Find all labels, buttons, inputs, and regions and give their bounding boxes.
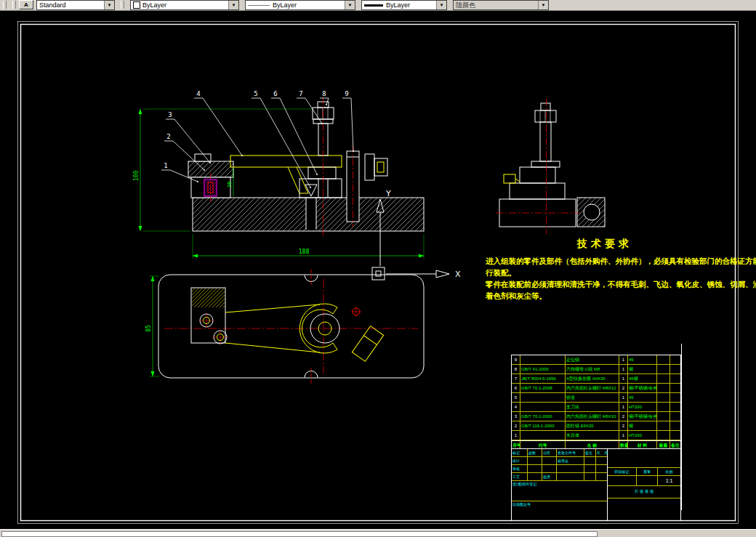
part-name: 支刀块 xyxy=(566,403,619,411)
chevron-down-icon[interactable]: ▼ xyxy=(104,1,114,9)
part-weight xyxy=(657,412,670,421)
process-label: 工艺 xyxy=(512,473,528,480)
toolbar-grip[interactable] xyxy=(12,1,16,9)
svg-text:4: 4 xyxy=(196,90,200,97)
part-qty: 1 xyxy=(619,355,628,364)
part-material: 45钢 xyxy=(628,374,657,383)
stage-value xyxy=(608,476,637,485)
chevron-down-icon[interactable]: ▼ xyxy=(345,1,355,9)
svg-text:100: 100 xyxy=(133,171,140,182)
part-code xyxy=(520,431,566,440)
part-material: 钢/不锈钢/有色金属 xyxy=(628,384,657,392)
svg-text:1: 1 xyxy=(164,162,167,169)
design-cell xyxy=(528,457,542,464)
plan-view xyxy=(158,269,424,384)
color-combo[interactable]: ByLayer ▼ xyxy=(130,0,239,10)
weight-value xyxy=(637,476,658,485)
command-line-strip[interactable] xyxy=(0,529,756,537)
process-row: 工艺 批准 xyxy=(512,473,607,481)
check-cell xyxy=(542,465,557,472)
part-code: GB/T 70.1-2008 xyxy=(520,384,566,392)
tech-requirements-line: 行装配。 xyxy=(486,267,739,278)
part-weight xyxy=(657,421,670,430)
drawing-viewport[interactable]: 1 2 3 4 5 6 7 8 xyxy=(0,11,756,529)
part-no: 6 xyxy=(512,384,520,392)
part-qty: 1 xyxy=(619,393,628,402)
part-weight xyxy=(657,355,670,364)
part-no: 2 xyxy=(512,421,520,430)
part-no: 8 xyxy=(512,365,520,374)
part-qty: 2 xyxy=(619,421,628,430)
svg-text:8: 8 xyxy=(322,90,326,97)
drawing-name xyxy=(608,449,680,467)
lineweight-combo[interactable]: ByLayer ▼ xyxy=(361,0,447,10)
ucs-y-label: Y xyxy=(385,189,391,198)
svg-text:2: 2 xyxy=(166,133,170,140)
svg-text:9: 9 xyxy=(345,90,348,97)
stage-label: 阶段标记 xyxy=(608,468,637,475)
revision-h4: 签名 xyxy=(584,449,596,456)
style-combo[interactable]: Standard ▼ xyxy=(36,0,115,10)
approve-label: 批准 xyxy=(542,473,557,480)
part-no: 5 xyxy=(512,393,520,402)
part-code: GB/T 70.1-2000 xyxy=(520,412,566,421)
plotstyle-combo: 随颜色 ▼ xyxy=(453,0,549,10)
svg-text:7: 7 xyxy=(299,90,302,97)
tech-requirements-line: 零件在装配前必须清理和清洗干净，不得有毛刺、飞边、氧化皮、锈蚀、切屑、油污、 xyxy=(486,278,739,290)
part-remark xyxy=(670,412,680,421)
command-input[interactable] xyxy=(1,531,598,537)
parts-table-row: 4 支刀块 1 HT200 xyxy=(512,403,680,412)
old-base-cell: 旧底图总号 xyxy=(512,501,607,521)
revision-h3: 更改文件号 xyxy=(557,449,584,456)
check-cell xyxy=(596,465,608,472)
chevron-down-icon[interactable]: ▼ xyxy=(228,1,238,9)
header-qty: 数量 xyxy=(619,441,628,448)
sheets-label: 共 张 第 张 xyxy=(608,486,680,498)
title-block: 标记 处数 分区 更改文件号 签名 年、月、日 设计 标准化 审核 xyxy=(511,448,681,521)
toolbar-grip[interactable] xyxy=(3,1,7,9)
part-remark xyxy=(670,355,680,364)
part-qty: 1 xyxy=(619,403,628,411)
parts-table-row: 3 GB/T 70.1-2000 内六角圆柱头螺钉 M6X10 2 钢/不锈钢/… xyxy=(512,412,680,421)
chevron-down-icon[interactable]: ▼ xyxy=(436,1,446,9)
revision-h5: 年、月、日 xyxy=(596,449,608,456)
linetype-combo[interactable]: ByLayer ▼ xyxy=(245,0,355,10)
toolbar-grip[interactable] xyxy=(121,1,124,9)
part-name: 夹具体 xyxy=(566,431,619,440)
part-material: 钢 xyxy=(628,421,657,430)
text-style-tool-icon[interactable]: A xyxy=(19,0,33,9)
check-row: 审核 xyxy=(512,465,607,473)
parts-table-row: 8 GB/T 41-2000 六角螺母-C级 M8 1 钢 xyxy=(512,365,680,374)
part-material: HT200 xyxy=(628,403,657,411)
toolbar: A Standard ▼ ByLayer ▼ ByLayer ▼ ByLayer… xyxy=(0,0,756,11)
design-cell xyxy=(596,457,608,464)
color-swatch-icon xyxy=(133,1,140,9)
parts-rows: 9 定位销 1 45 8 GB/T 41-2000 六角螺母-C级 M8 1 钢… xyxy=(512,355,680,440)
part-weight xyxy=(657,431,670,440)
linetype-combo-value: ByLayer xyxy=(273,1,297,9)
lineweight-sample-icon xyxy=(364,4,383,7)
process-cell xyxy=(596,473,608,480)
part-weight xyxy=(657,365,670,374)
header-remark: 备注 xyxy=(670,441,680,448)
style-combo-value: Standard xyxy=(39,1,66,9)
part-code: GB/T 119.1-2000 xyxy=(520,421,566,430)
design-label: 设计 xyxy=(512,457,528,464)
balloon-9: 9 xyxy=(342,90,354,152)
lineweight-combo-value: ByLayer xyxy=(386,1,410,9)
borrow-record-cell: 借(通)用件登记 xyxy=(512,481,607,501)
design-row: 设计 标准化 xyxy=(512,457,607,465)
check-cell xyxy=(557,465,584,472)
revision-h0: 标记 xyxy=(512,449,528,456)
front-view xyxy=(188,97,424,235)
header-code: 代号 xyxy=(520,441,566,448)
revision-h2: 分区 xyxy=(542,449,557,456)
svg-text:3: 3 xyxy=(168,111,172,118)
part-qty: 1 xyxy=(619,365,628,374)
part-weight xyxy=(657,384,670,392)
part-remark xyxy=(670,431,680,440)
parts-table-row: 6 GB/T 70.1-2008 内六角圆柱头螺钉 M8X12 2 钢/不锈钢/… xyxy=(512,384,680,393)
linetype-sample-icon xyxy=(248,5,270,6)
part-weight xyxy=(657,374,670,383)
balloon-3: 3 xyxy=(166,111,211,163)
